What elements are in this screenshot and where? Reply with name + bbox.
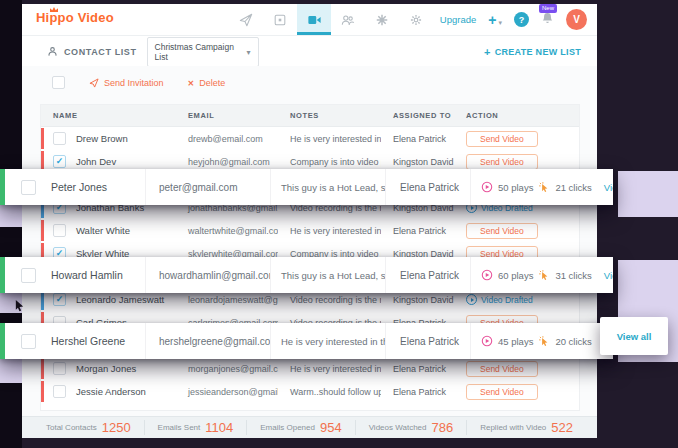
action-cell[interactable]: Video Drafted [454,294,579,305]
contact-assigned: Elena Patrick [381,364,454,374]
new-badge: New [539,4,557,13]
status-bar [41,358,44,379]
contact-assigned: Elena Patrick [385,257,470,293]
app-window: Hippo Video [22,4,597,438]
header-controls: Upgrade New V [440,4,587,35]
send-invitation-button[interactable]: Send Invitation [89,78,164,88]
column-header-assigned: ASSIGNED TO [381,111,454,120]
screen-icon[interactable] [263,4,297,35]
stat-videos-watched: Videos Watched786 [355,420,467,435]
lavender-block [618,171,678,217]
contact-assigned: Kingston David [381,157,454,167]
select-all-checkbox[interactable] [52,76,65,89]
integrations-icon[interactable] [365,4,399,35]
contact-notes: This guy is a Hot Lead, so... [270,169,385,205]
contact-name: John Dev [76,156,116,167]
contact-name: Morgan Jones [76,363,136,374]
stat-emails-sent: Emails Sent1104 [144,420,247,435]
plays-count: 50 plays [498,182,533,193]
table-header: NAME EMAIL NOTES ASSIGNED TO ACTION [41,105,579,127]
status-bar [41,220,44,241]
cursor-click-icon [538,269,550,281]
contact-name: Hershel Greene [51,323,145,359]
stat-replied-with-video: Replied with Video522 [466,420,586,435]
action-cell[interactable]: Send Video [454,223,579,239]
action-cell[interactable]: Send Video [454,154,579,170]
contact-assigned: Elena Patrick [381,226,454,236]
highlight-row[interactable]: Hershel Greene hershelgreene@gmail.com H… [0,323,613,359]
person-icon [47,46,58,57]
hippo-video-logo[interactable]: Hippo Video [36,10,114,25]
highlight-row[interactable]: Peter Jones peter@gmail.com This guy is … [0,169,613,205]
contact-list-label-wrap: CONTACT LIST [47,46,137,57]
row-checkbox[interactable] [53,362,66,375]
cursor-click-icon [538,335,550,347]
contact-assigned: Elena Patrick [385,169,470,205]
play-circle-icon [481,181,493,193]
row-checkbox[interactable]: ✓ [53,155,66,168]
row-checkbox[interactable] [21,180,36,195]
settings-icon[interactable] [399,4,433,35]
view-all-link[interactable]: View all [617,331,652,342]
action-cell[interactable]: Send Video [454,361,579,377]
contact-notes: Video recording is the mai... [278,295,381,305]
contact-notes: He is very interested in the prod... [278,226,381,236]
view-all-link[interactable]: View all [604,182,613,193]
row-checkbox[interactable] [53,385,66,398]
stat-total-contacts: Total Contacts1250 [33,420,144,435]
row-checkbox[interactable] [21,334,36,349]
logo-text: Hippo Video [36,10,114,25]
plays-count: 45 plays [498,336,533,347]
send-icon[interactable] [229,4,263,35]
contact-name: Howard Hamlin [51,257,145,293]
action-cell[interactable]: Send Video [454,131,579,147]
marketing-canvas: Hippo Video [0,0,678,448]
contact-name: Jessie Anderson [76,386,146,397]
contact-list-label: CONTACT LIST [64,47,137,57]
status-bar [41,381,44,402]
cursor-icon [14,299,25,313]
create-new-list-label: CREATE NEW LIST [495,47,581,57]
video-camera-icon[interactable] [297,4,331,35]
play-circle-icon [481,335,493,347]
row-checkbox[interactable] [53,224,66,237]
contact-email: howardhamlin@gmail.com [145,257,270,293]
contact-email: jessieanderson@gmail.com [176,387,278,397]
status-bar [41,128,44,149]
view-all-card[interactable]: View all [600,317,668,355]
stats-footer: Total Contacts1250 Emails Sent1104 Email… [22,416,597,438]
contact-notes: This guy is a Hot Lead, so... [270,257,385,293]
stat-emails-opened: Emails Opened954 [246,420,354,435]
campaign-list-dropdown[interactable]: Christmas Campaign List [147,37,259,67]
highlight-row[interactable]: Howard Hamlin howardhamlin@gmail.com Thi… [0,257,613,293]
crown-icon [49,6,59,12]
play-circle-icon [481,269,493,281]
help-icon[interactable] [514,12,529,27]
delete-button[interactable]: Delete [188,78,226,88]
plays-count: 60 plays [498,270,533,281]
selected-list-name: Christmas Campaign List [155,42,247,62]
contact-notes: He is very interested in the prod... [270,323,385,359]
contact-email: drewb@email.com [176,134,278,144]
table-row: Drew Brown drewb@email.com He is very in… [41,127,579,150]
add-button[interactable] [488,11,502,29]
upgrade-link[interactable]: Upgrade [440,14,476,25]
avatar[interactable]: V [566,9,587,30]
contact-assigned: Elena Patrick [381,387,454,397]
contact-email: morganjones@gmail.com [176,364,278,374]
notifications-bell[interactable]: New [541,11,554,29]
contact-notes: He is very interested in the prod... [278,364,381,374]
clicks-count: 21 clicks [555,182,591,193]
row-checkbox[interactable] [53,132,66,145]
app-header: Hippo Video [22,4,597,36]
action-cell[interactable]: Send Video [454,384,579,400]
contacts-icon[interactable] [331,4,365,35]
plus-icon [488,11,496,29]
row-checkbox[interactable]: ✓ [53,293,66,306]
list-bar: CONTACT LIST Christmas Campaign List CRE… [22,36,597,68]
row-checkbox[interactable] [21,268,36,283]
create-new-list-button[interactable]: CREATE NEW LIST [484,46,581,58]
view-all-link[interactable]: View all [604,270,613,281]
column-header-action: ACTION [454,111,579,120]
contact-name: Walter White [76,225,130,236]
